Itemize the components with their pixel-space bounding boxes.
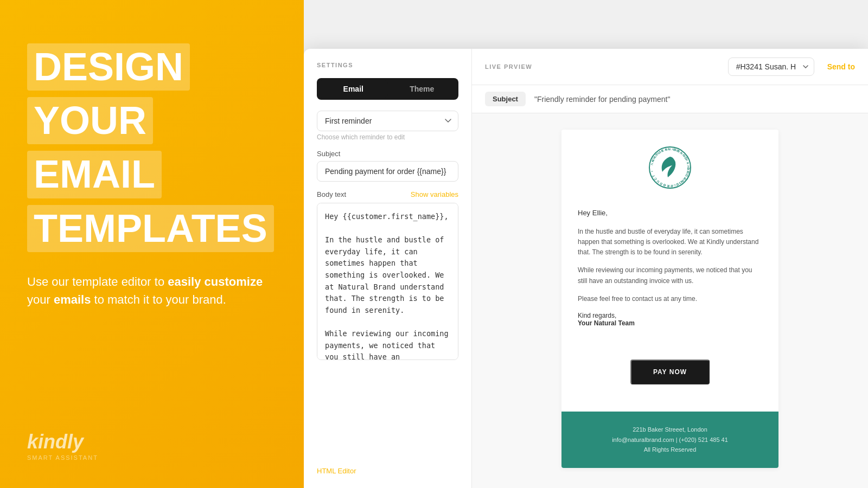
hero-word-templates: TEMPLATES bbox=[27, 205, 274, 252]
preview-panel: LIVE PRVIEW #H3241 Susan. H Send to Subj… bbox=[472, 49, 868, 488]
subtitle-end: to match it to your brand. bbox=[91, 293, 226, 306]
subject-input[interactable] bbox=[317, 161, 458, 182]
svg-point-0 bbox=[649, 147, 691, 188]
email-card: NATURAL BRAND • ORGANIC PRODUCT • NATURA… bbox=[561, 130, 778, 468]
subject-label: Subject bbox=[317, 150, 458, 158]
app-window: SETTINGS Email Theme First reminder Choo… bbox=[304, 49, 868, 488]
subject-group: Subject bbox=[317, 150, 458, 182]
subject-badge: Subject bbox=[485, 92, 526, 106]
brand-logo-icon: NATURAL BRAND • ORGANIC PRODUCT • NATURA… bbox=[648, 146, 692, 189]
logo-text: kindly bbox=[27, 431, 277, 453]
settings-panel: SETTINGS Email Theme First reminder Choo… bbox=[304, 49, 472, 488]
hero-word-email: EMAIL bbox=[27, 151, 162, 198]
pay-now-container: PAY NOW bbox=[561, 343, 778, 412]
hero-word-design: DESIGN bbox=[27, 43, 190, 91]
html-editor-link[interactable]: HTML Editor bbox=[317, 458, 458, 475]
left-panel: DESIGN YOUR EMAIL TEMPLATES Use our temp… bbox=[0, 0, 304, 488]
preview-title: LIVE PRVIEW bbox=[485, 63, 532, 70]
show-variables-link[interactable]: Show variables bbox=[411, 190, 458, 198]
subtitle-bold1: easily customize bbox=[168, 275, 263, 288]
subtitle-bold2: emails bbox=[54, 293, 91, 306]
tab-theme[interactable]: Theme bbox=[388, 80, 457, 98]
email-signoff: Kind regards, Your Natural Team bbox=[578, 312, 762, 327]
body-group: Body text Show variables Hey {{customer.… bbox=[317, 190, 458, 450]
hero-line-2: YOUR EMAIL bbox=[27, 97, 277, 201]
team-name: Your Natural Team bbox=[578, 319, 762, 327]
email-para1: In the hustle and bustle of everyday lif… bbox=[578, 227, 762, 258]
email-logo-area: NATURAL BRAND • ORGANIC PRODUCT • NATURA… bbox=[561, 130, 778, 202]
subject-bar: Subject "Friendly reminder for pending p… bbox=[472, 85, 868, 113]
email-para2: While reviewing our incoming payments, w… bbox=[578, 265, 762, 286]
email-footer: 221b Baker Streeet, London info@naturalb… bbox=[561, 412, 778, 468]
reminder-hint: Choose which reminder to edit bbox=[317, 133, 458, 141]
reminder-select[interactable]: First reminder bbox=[317, 111, 458, 131]
footer-address: 221b Baker Streeet, London bbox=[572, 425, 768, 435]
body-label: Body text bbox=[317, 190, 346, 198]
hero-subtitle: Use our template editor to easily custom… bbox=[27, 273, 277, 309]
subject-value: "Friendly reminder for pending payment" bbox=[534, 95, 670, 104]
subtitle-plain: Use our template editor to bbox=[27, 275, 168, 288]
footer-email: info@naturalbrand.com | (+020) 521 485 4… bbox=[572, 435, 768, 445]
body-textarea[interactable]: Hey {{customer.first_name}}, In the hust… bbox=[317, 203, 458, 360]
email-greeting: Hey Ellie, bbox=[578, 208, 762, 219]
body-text-header: Body text Show variables bbox=[317, 190, 458, 198]
ticket-select[interactable]: #H3241 Susan. H bbox=[728, 57, 814, 76]
email-preview-area: NATURAL BRAND • ORGANIC PRODUCT • NATURA… bbox=[472, 113, 868, 488]
hero-line-3: TEMPLATES bbox=[27, 205, 277, 255]
hero-word-your: YOUR bbox=[27, 97, 153, 144]
right-panel: SETTINGS Email Theme First reminder Choo… bbox=[304, 0, 868, 488]
footer-rights: All Rights Reserved bbox=[572, 445, 768, 455]
tab-email[interactable]: Email bbox=[319, 80, 388, 98]
preview-header: LIVE PRVIEW #H3241 Susan. H Send to bbox=[472, 49, 868, 85]
send-button[interactable]: Send to bbox=[827, 62, 855, 71]
sign-off-text: Kind regards, bbox=[578, 312, 616, 319]
hero-text: DESIGN YOUR EMAIL TEMPLATES Use our temp… bbox=[27, 43, 277, 309]
tab-group: Email Theme bbox=[317, 78, 458, 100]
reminder-group: First reminder Choose which reminder to … bbox=[317, 111, 458, 141]
subtitle-mid: your bbox=[27, 293, 54, 306]
settings-title: SETTINGS bbox=[317, 62, 458, 68]
email-body: Hey Ellie, In the hustle and bustle of e… bbox=[561, 202, 778, 343]
brand-logo: kindly smart assistant bbox=[27, 431, 277, 461]
logo-sub: smart assistant bbox=[27, 454, 277, 461]
pay-now-button[interactable]: PAY NOW bbox=[630, 359, 710, 384]
email-para3: Please feel free to contact us at any ti… bbox=[578, 294, 762, 304]
hero-line-1: DESIGN bbox=[27, 43, 277, 94]
